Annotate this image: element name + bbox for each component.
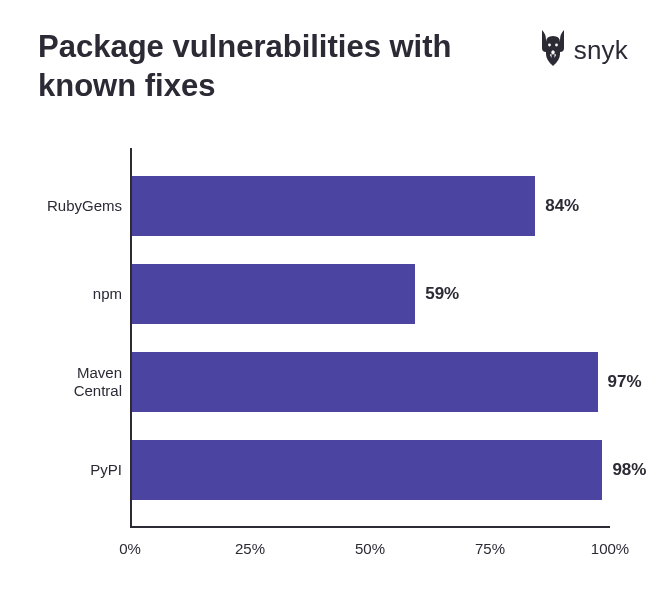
bar [132,264,415,324]
chart-title: Package vulnerabilities with known fixes [38,28,458,106]
bar [132,440,602,500]
x-tick-label: 0% [119,540,141,557]
bar [132,176,535,236]
bar-value-label: 59% [415,264,459,324]
category-label: npm [38,285,122,303]
plot-area: 84%59%97%98% [130,148,610,528]
chart-header: Package vulnerabilities with known fixes… [0,0,662,116]
category-label: PyPI [38,461,122,479]
bar-value-label: 97% [598,352,642,412]
brand-logo: snyk [538,28,628,72]
x-tick-label: 75% [475,540,505,557]
x-tick-label: 25% [235,540,265,557]
snyk-dog-icon [538,28,568,72]
bar-value-label: 98% [602,440,646,500]
brand-name: snyk [574,35,628,66]
category-label: RubyGems [38,197,122,215]
category-label: MavenCentral [38,364,122,400]
svg-point-1 [555,44,558,47]
x-tick-label: 100% [591,540,629,557]
bar-chart: 84%59%97%98% RubyGemsnpmMavenCentralPyPI… [38,148,634,568]
svg-point-0 [548,44,551,47]
bar-value-label: 84% [535,176,579,236]
bar [132,352,598,412]
x-tick-label: 50% [355,540,385,557]
